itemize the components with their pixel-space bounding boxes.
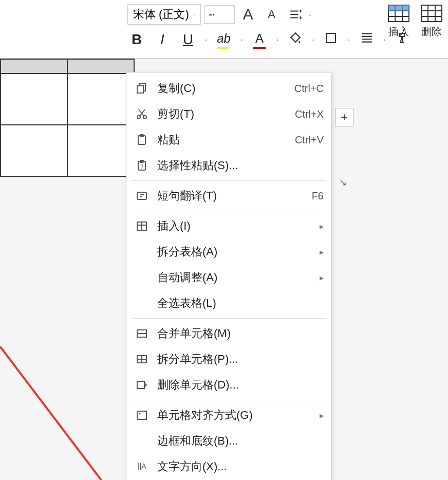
svg-line-12 (0, 346, 128, 480)
submenu-arrow-icon: ▸ (320, 411, 324, 420)
menu-paste-special[interactable]: ? 选择性粘贴(S)... (126, 153, 331, 178)
delete-label: 删除 (421, 25, 442, 39)
delete-cells-icon (134, 378, 150, 392)
copy-icon (134, 81, 150, 96)
svg-rect-6 (388, 5, 409, 11)
annotation-arrow (0, 346, 134, 480)
highlight-button[interactable]: ab (215, 30, 233, 49)
line-spacing-button[interactable] (285, 4, 306, 25)
menu-translate[interactable]: 短句翻译(T) F6 (126, 183, 331, 209)
fill-color-button[interactable] (286, 31, 305, 48)
italic-button[interactable]: I (153, 31, 172, 48)
right-tool-group: 插入 删除 (387, 4, 443, 39)
menu-split-table[interactable]: 拆分表格(A) ▸ (126, 239, 331, 265)
menu-select-table[interactable]: 全选表格(L) (126, 290, 331, 316)
chevron-down-icon: · (193, 10, 195, 19)
document-table[interactable] (0, 59, 135, 177)
insert-label: 插入 (388, 25, 409, 39)
alignment-icon (134, 408, 150, 422)
menu-text-direction[interactable]: ||A 文字方向(X)... (126, 454, 331, 479)
svg-rect-0 (326, 33, 335, 43)
document-area: + ↘ 复制(C) Ctrl+C 剪切(T) Ctrl+X 粘贴 Ctrl+V … (0, 59, 448, 480)
font-name-select[interactable]: 宋体 (正文) · (127, 4, 201, 25)
toolbar-row-1: 宋体 (正文) · - · A A · (6, 4, 442, 25)
line-spacing-icon (289, 8, 302, 21)
context-menu: 复制(C) Ctrl+C 剪切(T) Ctrl+X 粘贴 Ctrl+V ? 选择… (126, 72, 331, 480)
text-direction-icon: ||A (134, 459, 150, 474)
paste-special-icon: ? (134, 158, 150, 173)
table-icon (134, 219, 150, 233)
border-icon (325, 32, 337, 44)
menu-split-cells[interactable]: 拆分单元格(P)... (126, 346, 331, 372)
menu-separator (132, 211, 326, 211)
align-button[interactable] (358, 31, 376, 48)
font-name-value: 宋体 (正文) (133, 7, 189, 22)
cut-icon (134, 107, 150, 121)
paint-bucket-icon (289, 31, 302, 44)
submenu-arrow-icon: ▸ (320, 273, 324, 283)
svg-point-33 (139, 413, 141, 415)
font-color-icon: A (253, 31, 266, 49)
increase-font-button[interactable]: A (238, 4, 258, 25)
table-delete-icon (420, 4, 443, 23)
translate-icon (134, 189, 150, 203)
menu-cut[interactable]: 剪切(T) Ctrl+X (126, 101, 331, 127)
svg-rect-31 (137, 381, 144, 389)
svg-rect-22 (137, 192, 146, 199)
delete-table-button[interactable]: 删除 (420, 4, 443, 39)
menu-delete-cells[interactable]: 删除单元格(D)... (126, 372, 331, 398)
split-cells-icon (134, 352, 150, 366)
svg-text:?: ? (140, 164, 143, 170)
menu-separator (132, 400, 326, 400)
merge-cells-icon (134, 326, 150, 341)
menu-cell-alignment[interactable]: 单元格对齐方式(G) ▸ (126, 402, 331, 428)
menu-copy[interactable]: 复制(C) Ctrl+C (126, 76, 331, 101)
table-insert-icon (387, 4, 410, 23)
border-button[interactable] (322, 31, 340, 48)
menu-insert[interactable]: 插入(I) ▸ (126, 213, 331, 239)
svg-text:||A: ||A (138, 462, 146, 470)
svg-rect-7 (421, 5, 442, 22)
chevron-down-icon: · (212, 8, 215, 21)
submenu-arrow-icon: ▸ (320, 247, 324, 257)
highlight-icon: ab (217, 31, 231, 49)
menu-separator (132, 318, 326, 319)
add-column-button[interactable]: + (335, 108, 353, 126)
paste-icon (134, 133, 150, 147)
submenu-arrow-icon: ▸ (320, 221, 324, 231)
decrease-font-button[interactable]: A (262, 4, 282, 25)
svg-rect-32 (137, 411, 146, 419)
menu-paste[interactable]: 粘贴 Ctrl+V (126, 127, 331, 153)
toolbar: 宋体 (正文) · - · A A · B I U · ab (0, 0, 448, 59)
underline-button[interactable]: U (179, 31, 197, 48)
menu-merge-cells[interactable]: 合并单元格(M) (126, 321, 331, 346)
align-icon (360, 31, 374, 44)
font-size-select[interactable]: - · (204, 5, 235, 24)
menu-borders-shading[interactable]: 边框和底纹(B)... (126, 428, 331, 454)
bold-button[interactable]: B (127, 31, 146, 48)
expand-diagonal-icon[interactable]: ↘ (339, 177, 353, 191)
insert-table-button[interactable]: 插入 (387, 4, 410, 39)
menu-separator (132, 180, 326, 181)
font-color-button[interactable]: A (250, 30, 269, 49)
menu-auto-fit[interactable]: 自动调整(A) ▸ (126, 265, 331, 290)
font-size-value: - (209, 8, 212, 21)
svg-rect-14 (137, 86, 143, 93)
